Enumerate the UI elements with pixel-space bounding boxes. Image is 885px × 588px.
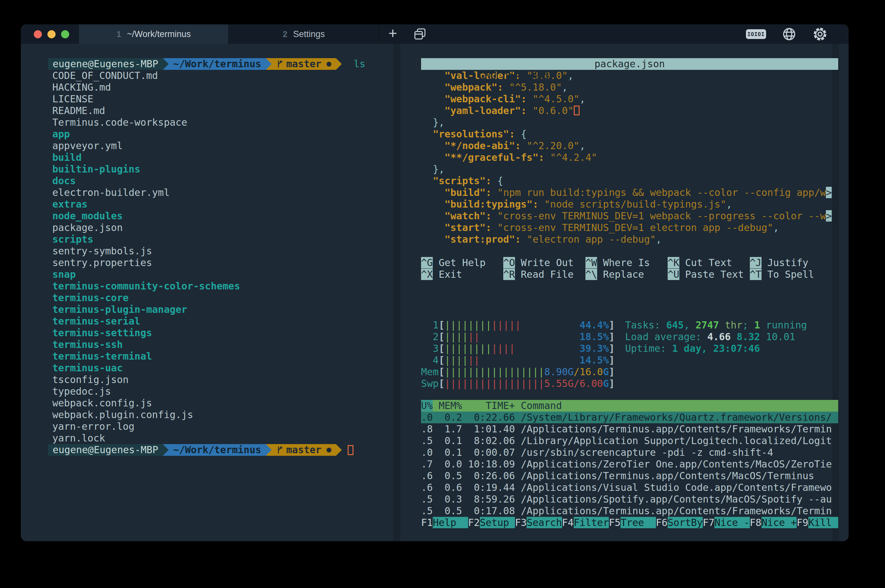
file-listing-line: terminus-community-color-schemes xyxy=(52,280,410,292)
htop-meter-line: 4[|||||| 14.5%] xyxy=(421,354,616,366)
file-listing-line: terminus-terminal xyxy=(52,351,410,362)
powerline-arrow-icon xyxy=(163,444,169,456)
powerline-arrow-icon xyxy=(266,444,272,456)
desktop: { "title_bar": { "tabs": [ {"number": "1… xyxy=(0,0,885,588)
nano-file-name: package.json xyxy=(421,58,838,70)
prompt-user-segment: eugene@Eugenes-MBP xyxy=(48,58,163,70)
minimize-window-button[interactable] xyxy=(47,30,56,38)
git-branch-icon xyxy=(276,59,283,69)
file-listing-line: webpack.config.js xyxy=(52,397,410,409)
file-listing-line: terminus-uac xyxy=(52,362,410,374)
shell-pane[interactable]: eugene@Eugenes-MBP ~/Work/terminus maste… xyxy=(21,44,410,541)
file-listing-line: yarn-error.log xyxy=(52,421,410,432)
editor-monitor-pane[interactable]: GNU nano 4.5 package.json "val-loader": … xyxy=(421,44,838,541)
powerline-arrow-icon xyxy=(336,58,342,70)
prompt-git-segment: master xyxy=(272,58,336,70)
nano-line xyxy=(421,245,838,257)
file-listing-line: package.json xyxy=(52,222,410,234)
tab-number: 2 xyxy=(283,30,287,39)
nano-title-bar: GNU nano 4.5 package.json xyxy=(421,58,838,70)
file-listing-line: terminus-serial xyxy=(52,315,410,327)
nano-shortcut-line: ^G Get Help ^O Write Out ^W Where Is ^K … xyxy=(421,257,838,268)
powerline-arrow-icon xyxy=(336,444,342,456)
gear-icon[interactable] xyxy=(812,26,828,42)
nano-line: }, xyxy=(421,117,838,128)
nano-line: "build:typings": "node scripts/build-typ… xyxy=(421,198,838,210)
file-listing-line: sentry-symbols.js xyxy=(52,245,410,257)
file-listing-line: app xyxy=(52,128,410,140)
file-listing-line: terminus-settings xyxy=(52,327,410,339)
pane-divider xyxy=(421,280,838,320)
nano-line: "start": "cross-env TERMINUS_DEV=1 elect… xyxy=(421,222,838,234)
file-listing-line: LICENSE xyxy=(52,93,410,105)
shell-prompt: eugene@Eugenes-MBP ~/Work/terminus maste… xyxy=(48,58,410,70)
file-listing-line: HACKING.md xyxy=(52,81,410,93)
new-tab-button[interactable]: + xyxy=(379,24,406,44)
htop-meter-line: Mem[|||||||||||||||||8.90G/16.0G] xyxy=(421,366,616,378)
file-listing-line: builtin-plugins xyxy=(52,164,410,175)
close-window-button[interactable] xyxy=(34,30,42,38)
process-row: .0 0.2 0:22.66 /System/Library/Framework… xyxy=(421,412,838,423)
file-listing-line: build xyxy=(52,152,410,164)
process-row: .6 0.6 0:19.44 /Applications/Visual Stud… xyxy=(421,482,838,494)
globe-icon[interactable] xyxy=(782,27,796,42)
process-row: .7 0.0 10:18.09 /Applications/ZeroTier O… xyxy=(421,458,838,470)
terminal-area: eugene@Eugenes-MBP ~/Work/terminus maste… xyxy=(21,44,849,541)
file-listing-line: sentry.properties xyxy=(52,257,410,268)
git-branch-icon xyxy=(276,445,283,455)
htop-fkey-bar[interactable]: F1Help F2Setup F3SearchF4FilterF5Tree F6… xyxy=(421,517,838,528)
htop-summary-line: Tasks: 645, 2747 thr; 1 running xyxy=(625,320,807,331)
nano-line: "webpack-cli": "^4.5.0", xyxy=(421,93,838,105)
nano-app-title: GNU nano 4.5 xyxy=(468,70,550,81)
process-row: .5 0.3 8:59.26 /Applications/Spotify.app… xyxy=(421,494,838,505)
htop-summary-line: Load average: 4.66 8.32 10.01 xyxy=(625,331,807,343)
htop-header-area: 1[||||||||||||| 44.4%] 2[|||||| 18.5%] 3… xyxy=(421,320,838,390)
nano-line: "scripts": { xyxy=(421,175,838,187)
prompt-user-segment: eugene@Eugenes-MBP xyxy=(48,444,163,456)
plus-icon: + xyxy=(388,26,398,42)
nano-shortcut-bar[interactable]: ^G Get Help ^O Write Out ^W Where Is ^K … xyxy=(421,257,838,280)
prompt-path-segment: ~/Work/terminus xyxy=(169,58,266,70)
htop-meters: 1[||||||||||||| 44.4%] 2[|||||| 18.5%] 3… xyxy=(421,320,616,390)
htop-summary-line: Uptime: 1 day, 23:07:46 xyxy=(625,343,807,354)
tab-work-terminus[interactable]: 1 ~/Work/terminus xyxy=(79,24,229,44)
nano-line: "build": "npm run build:typings && webpa… xyxy=(421,187,838,198)
prompt-git-segment: master xyxy=(272,444,336,456)
traffic-lights xyxy=(21,24,79,44)
htop-meter-line: 1[||||||||||||| 44.4%] xyxy=(421,320,616,331)
file-listing-line: tsconfig.json xyxy=(52,374,410,386)
toolbar-icons: IOIOI xyxy=(746,24,849,44)
file-listing: CODE_OF_CONDUCT.mdHACKING.mdLICENSEREADM… xyxy=(48,70,410,444)
prompt-path-segment: ~/Work/terminus xyxy=(169,444,266,456)
htop-process-table[interactable]: U% MEM% TIME+ Command.0 0.2 0:22.66 /Sys… xyxy=(421,400,838,517)
nano-editor-body[interactable]: "val-loader": "3.0.0", "webpack": "^5.18… xyxy=(421,70,838,257)
git-branch-name: master xyxy=(286,58,321,70)
file-listing-line: terminus-plugin-manager xyxy=(52,304,410,315)
title-bar: 1 ~/Work/terminus 2 Settings + IOIOI xyxy=(21,24,849,44)
tab-settings[interactable]: 2 Settings xyxy=(229,24,379,44)
file-listing-line: snap xyxy=(52,268,410,280)
file-listing-line: appveyor.yml xyxy=(52,140,410,152)
file-listing-line: scripts xyxy=(52,234,410,245)
tab-title: Settings xyxy=(293,29,325,39)
file-listing-line: webpack.plugin.config.js xyxy=(52,409,410,421)
zoom-window-button[interactable] xyxy=(61,30,69,38)
duplicate-window-icon xyxy=(413,28,427,40)
htop-gap xyxy=(421,390,838,400)
file-listing-line: typedoc.js xyxy=(52,386,410,397)
file-listing-line: Terminus.code-workspace xyxy=(52,117,410,128)
git-status-dot-icon xyxy=(327,62,332,67)
split-pane-button[interactable] xyxy=(406,24,434,44)
fkey-bar-line: F1Help F2Setup F3SearchF4FilterF5Tree F6… xyxy=(421,517,838,528)
git-branch-name: master xyxy=(286,444,321,456)
file-listing-line: docs xyxy=(52,175,410,187)
process-row: .5 0.5 0:17.08 /Applications/Terminus.ap… xyxy=(421,505,838,517)
file-listing-line: terminus-ssh xyxy=(52,339,410,351)
serial-port-icon[interactable]: IOIOI xyxy=(746,29,766,39)
nano-line: "*/node-abi": "^2.20.0", xyxy=(421,140,838,152)
file-listing-line: yarn.lock xyxy=(52,432,410,444)
typed-command: ls xyxy=(354,58,365,70)
nano-shortcut-line: ^X Exit ^R Read File ^\ Replace ^U Paste… xyxy=(421,268,838,280)
nano-line: "**/graceful-fs": "^4.2.4" xyxy=(421,152,838,164)
nano-line: "watch": "cross-env TERMINUS_DEV=1 webpa… xyxy=(421,210,838,222)
